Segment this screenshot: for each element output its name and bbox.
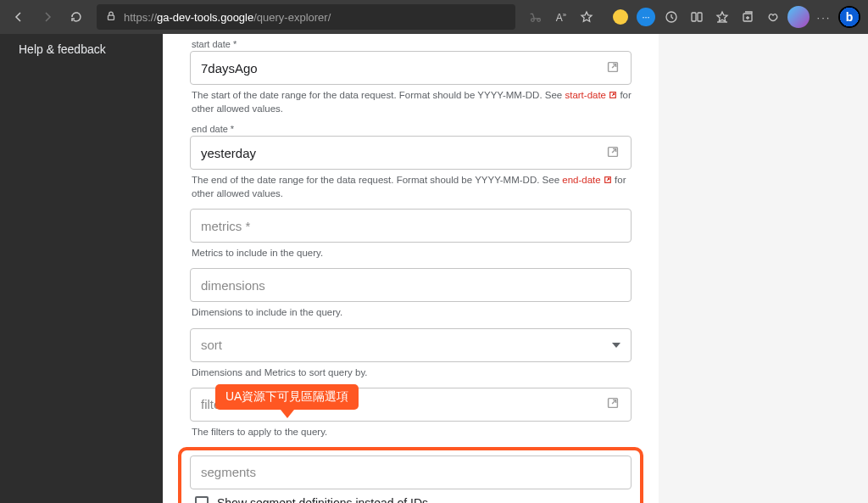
sort-select[interactable]: sort (190, 328, 632, 362)
field-end-date: end date * yesterday The end of the date… (190, 124, 632, 200)
more-icon[interactable]: ··· (812, 5, 836, 29)
start-date-input[interactable]: 7daysAgo (190, 51, 632, 85)
browser-toolbar: https://ga-dev-tools.google/query-explor… (0, 0, 868, 34)
field-sort: sort Dimensions and Metrics to sort quer… (190, 328, 632, 379)
back-button[interactable] (7, 5, 31, 29)
segments-checkbox-label: Show segment definitions instead of IDs. (217, 496, 431, 503)
field-filters: UA資源下可見區隔選項 filters The filters to apply… (190, 388, 632, 439)
profile-avatar[interactable] (787, 5, 810, 29)
end-date-value: yesterday (201, 146, 256, 160)
svg-rect-4 (692, 13, 696, 21)
query-form: start date * 7daysAgo The start of the d… (163, 34, 659, 503)
chevron-down-icon (612, 343, 620, 348)
open-in-new-icon[interactable] (605, 59, 620, 77)
svg-rect-0 (108, 15, 114, 20)
performance-icon[interactable] (659, 5, 683, 29)
start-date-helper: The start of the date range for the data… (192, 88, 632, 115)
lock-icon (105, 10, 117, 25)
split-screen-icon[interactable] (685, 5, 709, 29)
open-in-new-icon[interactable] (605, 395, 620, 413)
open-in-new-icon[interactable] (605, 144, 620, 162)
start-date-doclink[interactable]: start-date (565, 90, 617, 100)
svg-point-1 (531, 19, 535, 22)
chat-icon[interactable]: ··· (634, 5, 658, 29)
dimensions-input[interactable]: dimensions (190, 268, 632, 302)
sidebar: Help & feedback (0, 34, 163, 503)
end-date-helper: The end of the date range for the data r… (192, 173, 632, 200)
sidebar-help-link[interactable]: Help & feedback (19, 42, 144, 56)
sort-helper: Dimensions and Metrics to sort query by. (192, 366, 632, 379)
account-yellow-icon[interactable] (609, 5, 632, 29)
favorite-icon[interactable] (575, 5, 598, 29)
url-path: /query-explorer/ (253, 11, 331, 24)
read-aloud-icon[interactable]: A» (549, 5, 573, 29)
copilot-icon[interactable]: b (837, 5, 861, 29)
url-host: ga-dev-tools.google (157, 11, 253, 24)
collections-icon[interactable] (736, 5, 760, 29)
field-metrics: metrics * Metrics to include in the quer… (190, 209, 632, 260)
field-segments: segments Show segment definitions instea… (190, 455, 632, 503)
field-dimensions: dimensions Dimensions to include in the … (190, 268, 632, 319)
extension-icon[interactable] (761, 5, 785, 29)
checkbox-icon[interactable] (195, 496, 209, 503)
end-date-input[interactable]: yesterday (190, 136, 632, 170)
metrics-input[interactable]: metrics * (190, 209, 632, 243)
shopping-icon[interactable] (524, 5, 548, 29)
segments-checkbox-row[interactable]: Show segment definitions instead of IDs. (190, 489, 632, 503)
start-date-value: 7daysAgo (201, 61, 258, 75)
segments-highlight: segments Show segment definitions instea… (178, 447, 643, 503)
svg-rect-5 (698, 13, 702, 21)
toolbar-right: A» ··· ··· b (524, 5, 861, 29)
sort-placeholder: sort (201, 338, 222, 352)
metrics-placeholder: metrics * (201, 219, 250, 233)
url-scheme: https:// (124, 11, 157, 24)
segments-input[interactable]: segments (190, 455, 632, 489)
refresh-button[interactable] (64, 5, 88, 29)
workspace: Help & feedback start date * 7daysAgo Th… (0, 34, 868, 503)
end-date-label: end date * (190, 124, 632, 134)
forward-button[interactable] (36, 5, 59, 29)
dimensions-placeholder: dimensions (201, 278, 265, 293)
address-bar[interactable]: https://ga-dev-tools.google/query-explor… (97, 4, 515, 30)
annotation-callout: UA資源下可見區隔選項 (215, 384, 359, 410)
field-start-date: start date * 7daysAgo The start of the d… (190, 34, 632, 115)
content-scroll[interactable]: start date * 7daysAgo The start of the d… (163, 34, 868, 503)
metrics-helper: Metrics to include in the query. (192, 246, 632, 260)
favorites-bar-icon[interactable] (710, 5, 734, 29)
segments-placeholder: segments (201, 465, 256, 479)
end-date-doclink[interactable]: end-date (562, 175, 612, 185)
dimensions-helper: Dimensions to include in the query. (192, 305, 632, 319)
filters-helper: The filters to apply to the query. (192, 425, 632, 439)
start-date-label: start date * (190, 39, 632, 49)
